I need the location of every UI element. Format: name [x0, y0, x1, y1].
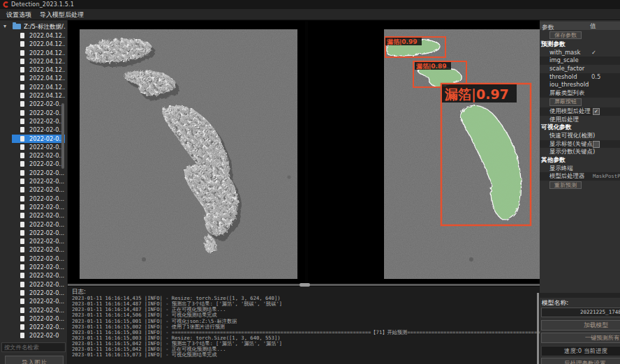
file-icon — [20, 75, 24, 81]
param-row[interactable]: iou_threshold iou_threshold — [540, 81, 620, 89]
file-item[interactable]: 2022-02-0... — [12, 220, 65, 229]
file-item[interactable]: 2022-02-0... — [12, 143, 65, 151]
file-icon — [20, 316, 24, 321]
param-value[interactable]: MaskPostPro — [593, 172, 620, 181]
file-item[interactable]: 2022-02-0... — [12, 109, 65, 117]
param-value[interactable]: ✓ — [593, 108, 600, 115]
file-item[interactable]: 2022-02-0... — [12, 169, 65, 177]
file-icon — [20, 84, 24, 90]
original-image-panel[interactable] — [70, 21, 305, 285]
tree-root[interactable]: ▾ Z:/5-标注数据/... — [0, 22, 67, 31]
param-row[interactable]: 其他参数 其他参数 — [540, 156, 620, 165]
file-item[interactable]: 2022-02-0... — [12, 271, 65, 280]
param-row[interactable]: 重新预测 重新预测 — [540, 181, 620, 190]
file-item[interactable]: 2022-02-0... — [12, 135, 65, 143]
postprocess-settings-button[interactable]: 后处理参数设置 — [541, 358, 620, 364]
params-header-param: 参数 — [540, 24, 554, 31]
vertical-splitter[interactable] — [537, 293, 539, 364]
file-icon — [20, 204, 24, 210]
param-row[interactable]: 预测参数 预测参数 — [540, 40, 620, 49]
file-item[interactable]: 2022-02-0... — [12, 297, 65, 305]
model-name-field[interactable]: 20221225_174813 — [541, 308, 620, 317]
menu-bar: 设置选项 导入模型后处理 — [0, 9, 620, 20]
file-item[interactable]: 2022-02-0... — [12, 263, 65, 271]
file-icon — [20, 67, 24, 73]
file-item[interactable]: 2022-02-0... — [12, 177, 65, 185]
param-value[interactable] — [593, 141, 600, 148]
file-item[interactable]: 2022-02-0... — [12, 117, 65, 126]
param-value[interactable]: 0.5 — [591, 73, 600, 82]
param-row[interactable]: img_scale img_scale — [540, 56, 620, 65]
param-label: 显示终端 — [540, 165, 573, 173]
param-button[interactable]: 保存参数 — [549, 31, 582, 39]
param-row[interactable]: 显示终端 显示终端 — [540, 165, 620, 173]
load-model-button[interactable]: 加载模型 — [541, 320, 620, 331]
file-search-input[interactable] — [1, 342, 66, 352]
file-item[interactable]: 2022-02-0... — [12, 195, 65, 203]
param-row[interactable]: scale_factor scale_factor — [540, 65, 620, 73]
param-row[interactable]: 快速可视化(检测) 快速可视化(检测) — [540, 132, 620, 140]
file-icon — [20, 187, 24, 192]
menu-item[interactable]: 设置选项 — [2, 9, 36, 20]
file-icon — [20, 136, 24, 142]
param-label: with_mask — [540, 49, 580, 57]
file-item[interactable]: 2022.04.12... — [12, 49, 65, 57]
param-label: 预测参数 — [540, 40, 566, 49]
file-item[interactable]: 2022.04.12... — [12, 57, 65, 66]
file-icon — [20, 247, 24, 252]
param-button[interactable]: 重新预测 — [549, 181, 582, 189]
file-item[interactable]: 2022-02-0... — [12, 229, 65, 237]
file-item[interactable]: 2022-02-0 — [12, 331, 65, 340]
param-value[interactable]: ✓ — [591, 49, 596, 57]
param-row[interactable]: 显示分数(关键点) 显示分数(关键点) — [540, 148, 620, 156]
predict-all-button[interactable]: 一键预测所有 — [541, 333, 620, 343]
file-icon — [20, 179, 24, 184]
file-item[interactable]: 2022-02-0... — [12, 280, 65, 289]
param-row[interactable]: 使用后处理 使用后处理 — [540, 116, 620, 124]
app-icon — [3, 1, 8, 8]
param-row[interactable]: 可视化参数 可视化参数 — [540, 123, 620, 132]
tree-scrollbar-thumb[interactable] — [61, 103, 64, 169]
params-panel: 参数 值 保存参数 保存参数 预测参数 预测参数 with_mask — [540, 20, 620, 364]
file-item[interactable]: 2022-02-0... — [12, 211, 65, 220]
menu-item[interactable]: 导入模型后处理 — [36, 9, 88, 20]
file-item[interactable]: 2022-02-0... — [12, 151, 65, 160]
file-item[interactable]: 2022-02-0... — [12, 306, 65, 314]
param-row[interactable]: 使用模型后处理 使用模型后处理 ✓ — [540, 107, 620, 116]
param-row[interactable]: 显示标签(关键点) 显示标签(关键点) — [540, 140, 620, 149]
app-window: Detection_2023.1.5.1 设置选项 导入模型后处理 ▾ Z:/5… — [0, 0, 620, 364]
file-item[interactable]: 2022-02-0... — [12, 314, 65, 323]
file-item[interactable]: 2022-02-0... — [12, 237, 65, 245]
file-item[interactable]: 2022-02-0... — [12, 126, 65, 134]
horizontal-splitter[interactable] — [68, 284, 540, 286]
param-row[interactable]: 模型后处理器 模型后处理器 MaskPostPro — [540, 172, 620, 181]
detection-label-2: 漏箔|0.89 — [415, 63, 447, 70]
caret-down-icon[interactable]: ▾ — [3, 22, 6, 31]
file-item[interactable]: 2022.04.12... — [12, 91, 65, 100]
file-item[interactable]: 2022-02-0... — [12, 245, 65, 254]
file-item[interactable]: 2022-02-0... — [12, 289, 65, 297]
param-row[interactable]: 保存参数 保存参数 — [540, 31, 620, 40]
file-item[interactable]: 2022-02-0... — [12, 255, 65, 263]
param-row[interactable]: threshold threshold 0.5 — [540, 73, 620, 82]
file-item[interactable]: 2022.04.12... — [12, 40, 65, 48]
import-images-button[interactable]: 导入图片 — [5, 356, 64, 364]
file-item[interactable]: 2022-02-0... — [12, 185, 65, 194]
file-item[interactable]: 2022-02-0... — [12, 100, 65, 108]
file-item[interactable]: 2022.04.12... — [12, 66, 65, 74]
file-item[interactable]: 2022.04.12... — [12, 74, 65, 82]
detection-label-1: 漏箔|0.99 — [386, 38, 418, 45]
file-item[interactable]: 2022.04.12... — [12, 31, 65, 40]
file-icon — [20, 33, 24, 38]
file-icon — [20, 110, 24, 116]
param-label: img_scale — [540, 56, 579, 65]
param-row[interactable]: 屏蔽按钮 屏蔽按钮 — [540, 98, 620, 107]
param-button[interactable]: 屏蔽按钮 — [549, 98, 582, 106]
file-item[interactable]: 2022-02-0... — [12, 203, 65, 211]
file-item[interactable]: 2022.04.12... — [12, 83, 65, 91]
param-row[interactable]: with_mask with_mask ✓ — [540, 49, 620, 57]
file-item[interactable]: 2022-02-0... — [12, 160, 65, 168]
prediction-image-panel[interactable]: 漏箔|0.99 漏箔|0.89 漏箔|0.97 — [308, 21, 538, 285]
file-item[interactable]: 2022-02-0... — [12, 323, 65, 331]
param-row[interactable]: 屏蔽类型列表 屏蔽类型列表 — [540, 89, 620, 98]
